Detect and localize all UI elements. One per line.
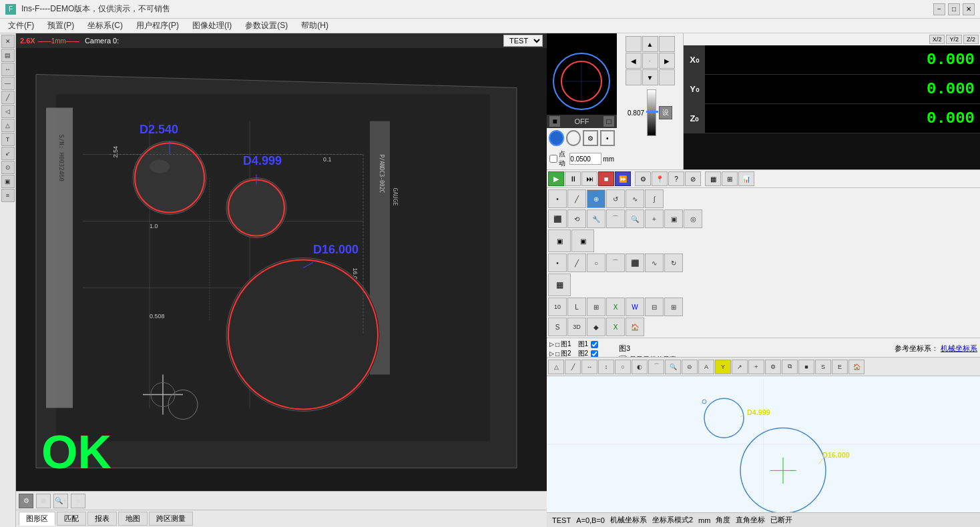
tb-rect[interactable]: ⬛ [548,209,567,228]
tb-wave2[interactable]: ∿ [645,253,664,272]
prog-check-1[interactable] [591,341,598,348]
dt-settings[interactable]: ⚙ [765,360,781,374]
lt-btn-11[interactable]: ▣ [1,175,15,188]
menu-help[interactable]: 帮助(H) [296,19,334,33]
point-checkbox[interactable] [549,155,557,163]
tb-curve[interactable]: ∫ [645,189,664,208]
tb-blk[interactable]: ⬛ [626,253,644,272]
lt-btn-6[interactable]: ◁ [1,105,15,118]
settings-button[interactable]: 设 [659,106,672,119]
menu-preset[interactable]: 预置(P) [42,19,79,33]
tb-diamond[interactable]: ◆ [587,318,605,336]
minimize-button[interactable]: − [933,3,945,15]
lt-btn-5[interactable]: ╱ [1,91,15,104]
mini-cam-icon2[interactable]: □ [603,116,614,127]
tb-wave[interactable]: ∿ [626,189,644,208]
light-btn-coax[interactable] [566,130,581,146]
lt-btn-8[interactable]: T [1,133,15,146]
tool-grid2[interactable]: ⊞ [722,171,738,186]
dir-right[interactable]: ▶ [659,53,675,69]
dt-black-sq[interactable]: ■ [798,360,814,374]
tb-rotate[interactable]: ⟲ [567,209,586,228]
lt-btn-4[interactable]: — [1,77,15,90]
tb-arc[interactable]: ↺ [606,189,625,208]
tool-grid1[interactable]: ▦ [705,171,721,186]
cam-icon-zoom-out[interactable]: ○ [71,494,85,508]
tb-wrench[interactable]: 🔧 [587,209,605,228]
tb-3d[interactable]: 3D [567,318,586,336]
dt-arc3[interactable]: ⌒ [648,360,664,374]
dt-house[interactable]: 🏠 [848,360,865,374]
tb-plus-box2[interactable]: ⊞ [664,298,683,316]
dt-circle[interactable]: ○ [615,360,631,374]
cam-icon-settings[interactable]: ⚙ [19,494,33,508]
brightness-slider[interactable] [647,89,656,136]
tb-table2[interactable]: ⊟ [645,298,664,316]
dir-down-left[interactable] [626,69,642,85]
y-half-button[interactable]: Y/2 [946,35,962,44]
light-btn-ring[interactable] [549,130,564,146]
menu-image[interactable]: 图像处理(I) [187,19,237,33]
tb-l[interactable]: L [567,298,586,316]
lt-btn-10[interactable]: ⊙ [1,161,15,174]
dt-move[interactable]: ↗ [732,360,748,374]
menu-user-prog[interactable]: 用户程序(P) [131,19,184,33]
tab-report[interactable]: 报表 [87,512,117,526]
z-half-button[interactable]: Z/2 [963,35,979,44]
menu-settings[interactable]: 参数设置(S) [240,19,293,33]
tb-x-export[interactable]: X [606,298,625,316]
lt-btn-3[interactable]: ↔ [1,63,15,76]
tb-square[interactable]: ▣ [664,209,683,228]
run-step-button[interactable]: ⏭ [581,171,597,186]
dt-text[interactable]: A [698,360,714,374]
run-play-button[interactable]: ▶ [548,171,564,186]
dir-left[interactable]: ◀ [626,53,642,69]
tool-pin[interactable]: 📍 [652,171,668,186]
light-btn-dot[interactable]: • [600,130,616,146]
dir-up[interactable]: ▲ [642,36,658,52]
tb-spiral[interactable]: ↻ [664,253,683,272]
dir-down[interactable]: ▼ [642,69,658,85]
dir-center[interactable]: · [642,53,658,69]
tb-seg[interactable]: ╱ [567,253,586,272]
tab-cross-measure[interactable]: 跨区测量 [149,512,193,526]
x-half-button[interactable]: X/2 [929,35,945,44]
dt-plus[interactable]: + [748,360,764,374]
lt-btn-7[interactable]: △ [1,119,15,132]
tb-x2[interactable]: X [606,318,625,336]
tb-line[interactable]: ╱ [567,189,586,208]
tool-wrench[interactable]: ⚙ [635,171,651,186]
tab-map[interactable]: 地图 [118,512,148,526]
tb-large-rect[interactable]: ▣ [548,229,571,252]
menu-file[interactable]: 文件(F) [3,19,39,33]
tb-circ[interactable]: ○ [587,253,605,272]
dir-up-right[interactable] [659,36,675,52]
lt-btn-9[interactable]: ↙ [1,147,15,160]
dt-zoom-in[interactable]: 🔍 [665,360,681,374]
tab-matching[interactable]: 匹配 [57,512,86,526]
tb-circle-plus[interactable]: ⊕ [587,189,605,208]
lt-btn-1[interactable]: ✕ [1,35,15,48]
tb-w[interactable]: W [626,298,644,316]
close-button[interactable]: ✕ [963,3,975,15]
dir-down-right[interactable] [659,69,675,85]
prog-check-2[interactable] [591,350,598,358]
dt-angle[interactable]: △ [548,360,564,374]
tb-point[interactable]: • [548,189,567,208]
dt-v-dim[interactable]: ↕ [598,360,614,374]
dt-yellow[interactable]: Y [715,360,731,374]
test-dropdown[interactable]: TEST [503,35,543,47]
cam-icon-zoom-fit[interactable]: ⊕ [36,494,51,508]
tb-pt2[interactable]: • [548,253,567,272]
tb-s[interactable]: S [548,318,567,336]
tb-target[interactable]: ◎ [684,209,702,228]
tb-zoom-glass[interactable]: 🔍 [626,209,644,228]
tb-home[interactable]: 🏠 [626,318,644,336]
lt-btn-2[interactable]: ▤ [1,49,15,62]
point-value-input[interactable] [569,153,601,165]
tb-arc2[interactable]: ⌒ [606,253,625,272]
dt-copy[interactable]: ⧉ [782,360,798,374]
menu-coord[interactable]: 坐标系(C) [82,19,128,33]
drawing-canvas[interactable]: D4.999 D16.000 [547,376,980,512]
dt-e-btn[interactable]: E [832,360,848,374]
